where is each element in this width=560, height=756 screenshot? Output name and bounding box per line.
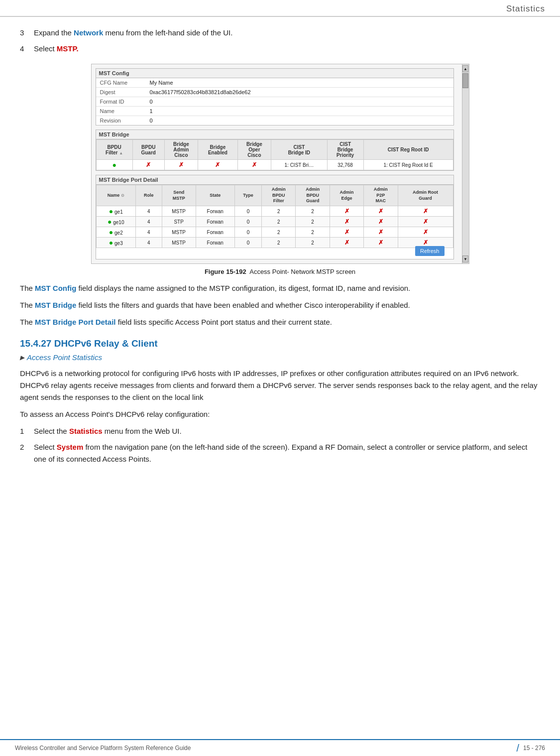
port-bpdu-filter: 2	[262, 238, 296, 248]
refresh-button[interactable]: Refresh	[415, 246, 445, 256]
port-type: 0	[234, 217, 261, 227]
x-icon: ✗	[344, 229, 349, 236]
port-state: Forwan	[196, 238, 234, 248]
dot-icon: ●	[112, 161, 116, 169]
port-bpdu-filter: 2	[262, 227, 296, 238]
bridge-bpdu-filter: ●	[96, 160, 132, 170]
port-bpdu-filter: 2	[262, 206, 296, 217]
col-bridge-admin-cisco: BridgeAdminCisco	[164, 140, 198, 160]
col-bridge-enabled: BridgeEnabled	[198, 140, 238, 160]
screenshot-container: MST Config CFG Name My Name Digest 0xac3…	[20, 64, 540, 264]
port-bpdu-guard: 2	[296, 217, 330, 227]
table-header-row: BPDUFilter ▲ BPDUGuard BridgeAdminCisco …	[96, 140, 453, 160]
footer-page-number: 15 - 276	[523, 745, 545, 752]
col-cist-bridge-priority: CISTBridgePriority	[327, 140, 363, 160]
dot-icon: ●	[109, 207, 113, 215]
table-row: ● ge2 4 MSTP Forwan 0 2 2 ✗ ✗ ✗	[96, 227, 453, 238]
step-1-text: Select the Statistics menu from the Web …	[34, 425, 182, 437]
port-send-mstp: MSTP	[162, 206, 196, 217]
table-row: ● ge10 4 STP Forwan 0 2 2 ✗ ✗ ✗	[96, 217, 453, 227]
page-footer: Wireless Controller and Service Platform…	[0, 739, 560, 756]
bridge-oper-cisco: ✗	[237, 160, 271, 170]
port-admin-edge: ✗	[330, 206, 363, 217]
port-p2p-mac: ✗	[364, 227, 398, 238]
page-header: Statistics	[0, 0, 560, 17]
mst-bridge-port-section: MST Bridge Port Detail Name ⊙ Role SendM…	[96, 175, 454, 259]
table-row: CFG Name My Name	[96, 78, 453, 88]
table-header-row: Name ⊙ Role SendMSTP State Type AdminBPD…	[96, 185, 453, 206]
col-bpdu-guard: BPDUGuard	[132, 140, 164, 160]
scroll-up-arrow[interactable]: ▲	[462, 65, 468, 72]
bridge-enabled: ✗	[198, 160, 238, 170]
x-icon: ✗	[378, 239, 383, 246]
port-type: 0	[234, 227, 261, 238]
port-name: ● ge3	[96, 238, 135, 248]
col-type: Type	[234, 185, 261, 206]
network-keyword: Network	[74, 28, 103, 37]
body-para-2: The MST Bridge field lists the filters a…	[20, 299, 540, 311]
port-name: ● ge10	[96, 217, 135, 227]
format-id-label: Format ID	[96, 97, 146, 107]
bridge-cist-reg-root: 1: CIST Reg Root Id E	[363, 160, 453, 170]
port-state: Forwan	[196, 227, 234, 238]
port-root-guard: ✗	[398, 227, 453, 238]
table-row: ● ✗ ✗ ✗ ✗ 1: CIST Bri… 32,768 1: CIST Re…	[96, 160, 453, 170]
port-role: 4	[135, 206, 162, 217]
scrollbar-thumb[interactable]	[462, 73, 468, 88]
port-send-mstp: MSTP	[162, 227, 196, 238]
port-send-mstp: MSTP	[162, 238, 196, 248]
mst-config-keyword: MST Config	[35, 284, 76, 292]
step-num-3: 3	[20, 27, 34, 39]
col-admin-p2p-mac: AdminP2PMAC	[364, 185, 398, 206]
table-row: Revision 0	[96, 116, 453, 126]
x-icon: ✗	[423, 229, 428, 236]
col-admin-bpdu-filter: AdminBPDUFilter	[262, 185, 296, 206]
table-row: Format ID 0	[96, 97, 453, 107]
port-p2p-mac: ✗	[364, 217, 398, 227]
mst-bridge-port-header: MST Bridge Port Detail	[96, 175, 453, 185]
body-para-3: The MST Bridge Port Detail field lists s…	[20, 316, 540, 328]
col-admin-root-guard: Admin RootGuard	[398, 185, 453, 206]
port-state: Forwan	[196, 217, 234, 227]
x-icon: ✗	[423, 239, 428, 246]
name-value: 1	[146, 107, 453, 116]
col-send-mstp: SendMSTP	[162, 185, 196, 206]
scrollbar[interactable]: ▲ ▼	[462, 64, 469, 263]
port-role: 4	[135, 217, 162, 227]
col-role: Role	[135, 185, 162, 206]
mst-bridge-port-keyword: MST Bridge Port Detail	[35, 318, 116, 326]
port-name: ● ge2	[96, 227, 135, 238]
step-num-2: 2	[20, 441, 34, 465]
figure-label: Figure 15-192	[205, 268, 246, 275]
step-4-text: Select MSTP.	[34, 43, 79, 55]
cfg-name-value: My Name	[146, 78, 453, 88]
x-icon: ✗	[344, 208, 349, 215]
port-send-mstp: STP	[162, 217, 196, 227]
table-row: Name 1	[96, 107, 453, 116]
x-icon: ✗	[344, 239, 349, 246]
step-num-1: 1	[20, 425, 34, 437]
port-type: 0	[234, 238, 261, 248]
revision-value: 0	[146, 116, 453, 126]
footer-left-text: Wireless Controller and Service Platform…	[15, 745, 191, 752]
col-admin-edge: AdminEdge	[330, 185, 363, 206]
step-3-text: Expand the Network menu from the left-ha…	[34, 27, 232, 39]
bridge-cist-id: 1: CIST Bri…	[271, 160, 327, 170]
step-2-text: Select System from the navigation pane (…	[34, 441, 540, 465]
dot-icon: ●	[109, 228, 113, 236]
x-icon: ✗	[378, 208, 383, 215]
col-state: State	[196, 185, 234, 206]
system-keyword: System	[57, 443, 83, 451]
bridge-admin-cisco: ✗	[164, 160, 198, 170]
scroll-down-arrow[interactable]: ▼	[462, 255, 468, 262]
table-row: ● ge3 4 MSTP Forwan 0 2 2 ✗ ✗ ✗	[96, 238, 453, 248]
to-assess-line: To assess an Access Point's DHCPv6 relay…	[20, 408, 540, 420]
step-num-4: 4	[20, 43, 34, 55]
ap-stats-link[interactable]: ▶ Access Point Statistics	[20, 353, 540, 362]
intro-paragraph: DHCPv6 is a networking protocol for conf…	[20, 368, 540, 403]
figure-caption-text: Access Point- Network MSTP screen	[248, 268, 355, 275]
mst-port-table: Name ⊙ Role SendMSTP State Type AdminBPD…	[96, 185, 453, 248]
mst-config-table: CFG Name My Name Digest 0xac36177f50283c…	[96, 78, 453, 125]
port-bpdu-guard: 2	[296, 206, 330, 217]
ap-stats-text[interactable]: Access Point Statistics	[27, 353, 102, 362]
